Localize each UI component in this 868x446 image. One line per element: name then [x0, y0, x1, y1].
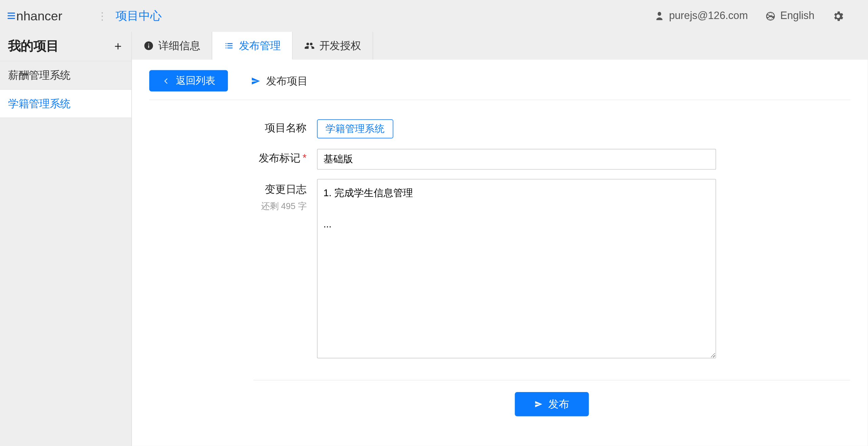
tab-auth[interactable]: 开发授权 [293, 32, 373, 60]
drag-handle-icon[interactable]: ⋮ [97, 10, 106, 22]
tab-publish[interactable]: 发布管理 [212, 32, 293, 60]
label-project-name: 项目名称 [265, 122, 307, 134]
main-area: 详细信息 发布管理 开发授权 返回列表 发布项目 [132, 32, 868, 446]
tab-label: 发布管理 [239, 38, 281, 52]
sidebar: 我的项目 薪酬管理系统 学籍管理系统 [0, 32, 132, 446]
divider [253, 379, 850, 380]
publish-button[interactable]: 发布 [515, 392, 589, 416]
user-email: purejs@126.com [669, 10, 748, 22]
tab-label: 详细信息 [158, 39, 200, 53]
release-tag-input[interactable] [317, 149, 716, 169]
user-icon [654, 11, 665, 21]
logo-mark: ≡ [7, 7, 16, 25]
app-logo[interactable]: ≡ nhancer [6, 7, 62, 25]
required-marker: * [302, 152, 307, 164]
section-heading-label: 发布项目 [266, 74, 308, 88]
plus-icon[interactable] [113, 41, 123, 52]
send-icon [251, 76, 260, 85]
language-menu[interactable]: English [765, 10, 814, 22]
language-label: English [780, 10, 814, 22]
tab-details[interactable]: 详细信息 [132, 32, 212, 60]
action-toolbar: 返回列表 发布项目 [149, 70, 850, 100]
sidebar-item-project[interactable]: 薪酬管理系统 [0, 61, 131, 90]
section-heading: 发布项目 [251, 74, 308, 88]
tab-label: 开发授权 [319, 39, 361, 53]
send-icon [534, 400, 542, 408]
label-release-tag: 发布标记 [259, 152, 300, 164]
content-panel: 返回列表 发布项目 项目名称 学籍管理系统 发布标记* [132, 60, 868, 446]
users-icon [304, 40, 315, 51]
logo-text: nhancer [16, 8, 62, 23]
publish-label: 发布 [548, 397, 569, 411]
list-icon [224, 40, 234, 51]
changelog-textarea[interactable] [317, 179, 716, 358]
settings-button[interactable] [832, 10, 845, 22]
globe-icon [765, 11, 776, 21]
sidebar-item-project[interactable]: 学籍管理系统 [0, 90, 131, 118]
gear-icon [832, 10, 845, 22]
user-menu[interactable]: purejs@126.com [654, 10, 748, 22]
back-button[interactable]: 返回列表 [149, 70, 228, 91]
arrow-left-icon [162, 77, 170, 85]
char-count-hint: 还剩 495 字 [253, 201, 307, 211]
sidebar-title: 我的项目 [8, 38, 59, 55]
app-header: ≡ nhancer ⋮ 项目中心 purejs@126.com English [0, 0, 868, 32]
tabs: 详细信息 发布管理 开发授权 [132, 32, 868, 60]
publish-form: 项目名称 学籍管理系统 发布标记* 变更日志 还剩 [253, 117, 850, 362]
project-name-badge[interactable]: 学籍管理系统 [317, 119, 393, 138]
info-icon [143, 40, 154, 51]
back-label: 返回列表 [176, 74, 215, 87]
sidebar-header: 我的项目 [0, 32, 131, 61]
label-changelog: 变更日志 [265, 183, 307, 195]
header-title[interactable]: 项目中心 [116, 8, 162, 24]
